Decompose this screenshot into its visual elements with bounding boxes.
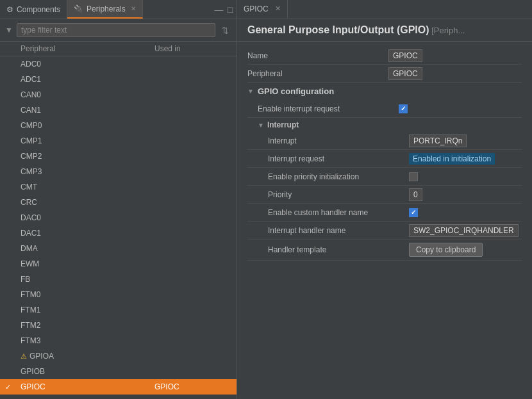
enable-interrupt-value: [399, 104, 522, 113]
warning-icon: ⚠: [21, 352, 27, 361]
list-item[interactable]: CMP0: [0, 118, 237, 133]
list-item[interactable]: DMA: [0, 241, 237, 256]
tab-peripherals[interactable]: 🔌 Peripherals ✕: [67, 0, 143, 19]
priority-row: Priority 0: [247, 186, 522, 204]
list-item[interactable]: ADC0: [0, 56, 237, 72]
search-bar: ▼ ⇅: [0, 19, 237, 42]
maximize-button[interactable]: □: [228, 4, 233, 15]
list-item[interactable]: DAC0: [0, 210, 237, 225]
peripheral-name: ADC1: [21, 75, 154, 84]
enable-interrupt-row: Enable interrupt request: [247, 100, 522, 118]
list-item[interactable]: FTM1: [0, 302, 237, 318]
name-text: GPIOC: [388, 49, 422, 62]
list-item[interactable]: ADC1: [0, 72, 237, 87]
checkbox-header: [5, 44, 21, 53]
interrupt-text: PORTC_IRQn: [409, 134, 467, 147]
enable-custom-handler-checkbox[interactable]: [409, 208, 418, 217]
enable-priority-value: [409, 172, 522, 181]
gpio-config-section[interactable]: ▼ GPIO configuration: [247, 83, 522, 100]
peripheral-name: GPIOB: [21, 367, 154, 376]
peripheral-name: DAC0: [21, 213, 154, 222]
peripheral-text: GPIOC: [388, 67, 422, 80]
list-item[interactable]: CMP2: [0, 149, 237, 164]
peripheral-name: FTM1: [21, 305, 154, 314]
peripheral-column-header: Peripheral: [21, 44, 154, 53]
name-row: Name GPIOC: [247, 47, 522, 65]
peripheral-name: ADC0: [21, 60, 154, 69]
peripheral-name: CMP3: [21, 167, 154, 176]
interrupt-subsection[interactable]: ▼ Interrupt: [247, 118, 522, 132]
list-item[interactable]: DAC1: [0, 225, 237, 241]
right-tab-bar: GPIOC ✕: [237, 0, 532, 19]
enable-custom-handler-row: Enable custom handler name: [247, 204, 522, 222]
peripheral-name: FTM0: [21, 290, 154, 299]
close-peripherals-icon[interactable]: ✕: [131, 5, 136, 12]
tab-components-label: Components: [17, 5, 60, 14]
list-item[interactable]: GPIOB: [0, 364, 237, 379]
search-input[interactable]: [17, 23, 215, 37]
list-item[interactable]: EWM: [0, 256, 237, 272]
interrupt-section-label: Interrupt: [267, 120, 299, 129]
priority-label: Priority: [268, 190, 409, 199]
name-label: Name: [247, 51, 388, 60]
close-gpioc-icon[interactable]: ✕: [275, 4, 281, 13]
list-item[interactable]: FTM0: [0, 287, 237, 302]
page-subtitle: [Periph...: [431, 26, 465, 35]
interrupt-request-text: Enabled in initialization: [409, 153, 495, 165]
peripheral-value: GPIOC: [388, 69, 522, 78]
peripheral-name: DMA: [21, 244, 154, 253]
interrupt-request-label: Interrupt request: [268, 154, 409, 163]
list-item[interactable]: FB: [0, 272, 237, 287]
list-item[interactable]: FTM2: [0, 318, 237, 333]
handler-name-value: SW2_GPIOC_IRQHANDLER: [409, 226, 522, 235]
list-item[interactable]: ✓GPIOCGPIOC: [0, 379, 237, 395]
list-item[interactable]: CAN1: [0, 102, 237, 118]
list-item[interactable]: FTM3: [0, 333, 237, 348]
copy-to-clipboard-button[interactable]: Copy to clipboard: [409, 243, 483, 257]
handler-name-text: SW2_GPIOC_IRQHANDLER: [409, 224, 519, 237]
components-icon: ⚙: [6, 5, 13, 14]
sort-button[interactable]: ⇅: [219, 24, 231, 37]
enable-interrupt-checkbox[interactable]: [399, 104, 408, 113]
properties-panel: Name GPIOC Peripheral GPIOC ▼ GPIO confi…: [237, 42, 532, 399]
enable-interrupt-label: Enable interrupt request: [258, 104, 399, 113]
name-value: GPIOC: [388, 51, 522, 60]
tab-gpioc[interactable]: GPIOC ✕: [237, 0, 288, 19]
minimize-button[interactable]: —: [215, 4, 224, 15]
list-item[interactable]: CRC: [0, 195, 237, 210]
peripheral-name: FTM3: [21, 336, 154, 345]
item-checkbox[interactable]: ✓: [5, 383, 21, 391]
list-item[interactable]: ⚠GPIOA: [0, 348, 237, 364]
peripheral-name: CMP0: [21, 121, 154, 130]
filter-icon: ▼: [5, 26, 13, 35]
peripheral-usedin: GPIOC: [154, 382, 231, 391]
list-item[interactable]: CMT: [0, 179, 237, 195]
peripheral-name: CMT: [21, 183, 154, 191]
peripheral-name: CMP2: [21, 152, 154, 161]
peripheral-name: DAC1: [21, 229, 154, 238]
gpioc-tab-label: GPIOC: [244, 4, 269, 13]
right-header: General Purpose Input/Output (GPIO) [Per…: [237, 19, 532, 42]
interrupt-row: Interrupt PORTC_IRQn: [247, 132, 522, 150]
peripherals-icon: 🔌: [74, 4, 83, 13]
peripheral-row: Peripheral GPIOC: [247, 65, 522, 83]
enable-custom-handler-value: [409, 208, 522, 217]
list-item[interactable]: CMP3: [0, 164, 237, 179]
enable-custom-handler-label: Enable custom handler name: [268, 208, 409, 217]
enable-priority-checkbox[interactable]: [409, 172, 418, 181]
handler-name-row: Interrupt handler name SW2_GPIOC_IRQHAND…: [247, 222, 522, 240]
tab-components[interactable]: ⚙ Components: [0, 0, 67, 19]
peripheral-list: ADC0ADC1CAN0CAN1CMP0CMP1CMP2CMP3CMTCRCDA…: [0, 56, 237, 399]
list-item[interactable]: CMP1: [0, 133, 237, 149]
priority-value: 0: [409, 190, 522, 199]
peripheral-name: GPIOC: [21, 382, 154, 391]
peripheral-name: FTM2: [21, 321, 154, 330]
interrupt-label: Interrupt: [268, 136, 409, 145]
gpio-config-arrow: ▼: [247, 88, 254, 95]
left-tab-bar: ⚙ Components 🔌 Peripherals ✕ — □: [0, 0, 237, 19]
handler-template-row: Handler template Copy to clipboard: [247, 240, 522, 261]
gpio-config-label: GPIO configuration: [258, 86, 334, 96]
list-item[interactable]: CAN0: [0, 87, 237, 102]
peripheral-name: CAN1: [21, 106, 154, 115]
interrupt-request-value: Enabled in initialization: [409, 154, 522, 163]
